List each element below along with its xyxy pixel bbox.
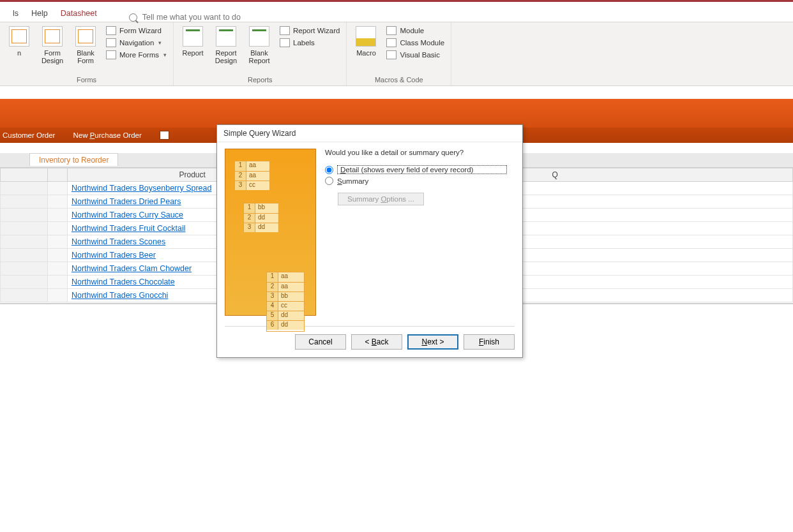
labels-icon <box>280 38 290 47</box>
tell-me-search[interactable]: Tell me what you want to do <box>129 13 241 22</box>
group-macros: Macro Module Class Module Visual Basic M… <box>347 22 451 85</box>
macro-icon <box>356 26 376 47</box>
group-label-forms: Forms <box>77 75 96 84</box>
dialog-question: Would you like a detail or summary query… <box>325 149 515 156</box>
navigation-button[interactable]: Navigation <box>103 37 169 48</box>
wizard-image: 1aa 2aa 3cc 1bb 2dd 3dd 1aa 2aa 3bb 4cc … <box>225 149 316 316</box>
product-link[interactable]: Northwind Traders Dried Pears <box>72 197 181 206</box>
radio-summary[interactable] <box>325 177 333 185</box>
wizard-icon <box>280 26 290 35</box>
blank-form-icon <box>75 26 96 47</box>
search-icon <box>129 13 137 22</box>
product-link[interactable]: Northwind Traders Curry Sauce <box>72 211 183 219</box>
product-link[interactable]: Northwind Traders Fruit Cocktail <box>72 224 186 233</box>
shortcut-icon[interactable] <box>160 131 169 140</box>
module-button[interactable]: Module <box>384 25 447 36</box>
tab-help[interactable]: Help <box>25 4 54 22</box>
module-icon <box>386 26 396 35</box>
detail-text: etail (shows every field of every record… <box>345 166 473 174</box>
group-forms: n Form Design Blank Form Form Wizard Nav… <box>0 22 174 85</box>
more-forms-icon <box>106 50 116 59</box>
cancel-button[interactable]: Cancel <box>295 334 346 350</box>
row-selector-header[interactable] <box>1 168 48 182</box>
report-wizard-button[interactable]: Report Wizard <box>277 25 343 36</box>
summary-options-button: Summary Options ... <box>338 193 424 205</box>
new-purchase-order-link[interactable]: New Purchase Order <box>73 131 141 139</box>
tab-datasheet[interactable]: Datasheet <box>54 4 103 22</box>
navigation-icon <box>106 38 116 47</box>
product-link[interactable]: Northwind Traders Beer <box>72 251 156 260</box>
class-module-icon <box>386 38 396 47</box>
macro-button[interactable]: Macro <box>351 25 381 58</box>
back-button[interactable]: < Back <box>351 334 402 350</box>
finish-button[interactable]: Finish <box>464 334 515 350</box>
report-icon <box>183 26 203 47</box>
group-reports: Report Report Design Blank Report Report… <box>174 22 347 85</box>
form-design-button[interactable]: Form Design <box>37 25 68 66</box>
tab-tools[interactable]: ls <box>6 4 25 22</box>
report-design-icon <box>216 26 236 47</box>
new-customer-order-link[interactable]: Customer Order <box>3 131 55 139</box>
product-link[interactable]: Northwind Traders Boysenberry Spread <box>72 184 212 193</box>
report-button[interactable]: Report <box>177 25 208 58</box>
product-link[interactable]: Northwind Traders Clam Chowder <box>72 264 192 273</box>
form-design-icon <box>42 26 63 47</box>
product-link[interactable]: Northwind Traders Gnocchi <box>72 291 168 300</box>
ribbon: n Form Design Blank Form Form Wizard Nav… <box>0 22 793 86</box>
labels-button[interactable]: Labels <box>277 37 343 48</box>
product-link[interactable]: Northwind Traders Scones <box>72 237 165 246</box>
form-wizard-button[interactable]: Form Wizard <box>103 25 169 36</box>
form-button[interactable]: n <box>4 25 34 58</box>
visual-basic-button[interactable]: Visual Basic <box>384 49 447 61</box>
wizard-icon <box>106 26 116 35</box>
app-header <box>0 99 793 128</box>
radio-detail[interactable] <box>325 166 333 174</box>
blank-report-icon <box>249 26 269 47</box>
blank-report-button[interactable]: Blank Report <box>244 25 275 66</box>
sheet-tab-inventory[interactable]: Inventory to Reorder <box>29 153 118 166</box>
group-label-macros: Macros & Code <box>375 75 423 84</box>
next-button[interactable]: Next > <box>407 334 458 350</box>
vb-icon <box>386 50 396 59</box>
radio-summary-label[interactable]: Summary <box>337 177 368 185</box>
radio-detail-label[interactable]: Detail (shows every field of every recor… <box>337 165 507 174</box>
simple-query-wizard-dialog: Simple Query Wizard 1aa 2aa 3cc 1bb 2dd … <box>216 124 523 358</box>
group-label-reports: Reports <box>248 75 273 84</box>
class-module-button[interactable]: Class Module <box>384 37 447 48</box>
form-icon <box>9 26 29 47</box>
ribbon-tabs: ls Help Datasheet Tell me what you want … <box>0 0 793 22</box>
more-forms-button[interactable]: More Forms <box>103 49 169 61</box>
report-design-button[interactable]: Report Design <box>211 25 241 66</box>
product-link[interactable]: Northwind Traders Chocolate <box>72 277 175 286</box>
dialog-title: Simple Query Wizard <box>217 125 522 142</box>
blank-form-button[interactable]: Blank Form <box>70 25 101 66</box>
tell-me-placeholder: Tell me what you want to do <box>142 13 241 22</box>
star-header[interactable] <box>47 168 67 182</box>
